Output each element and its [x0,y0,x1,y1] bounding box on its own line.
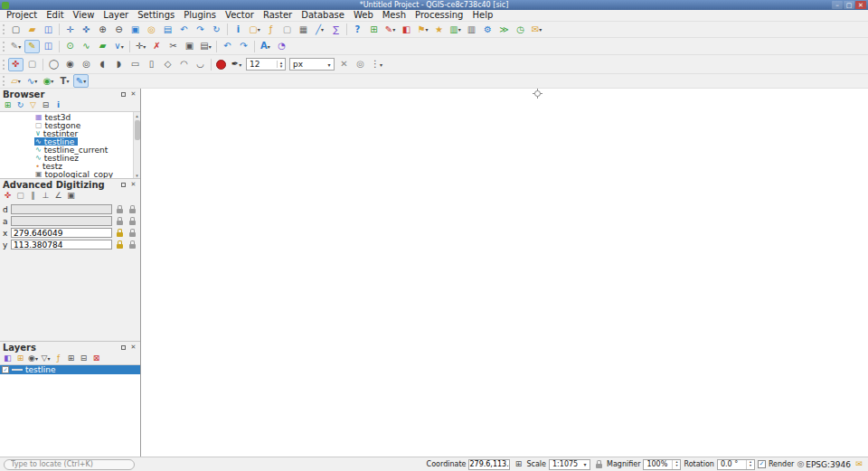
new-print-layout-button[interactable]: ▥▾ [448,23,463,36]
stroke-unit-combobox[interactable]: px ▾ [289,58,335,71]
data-source-manager-button[interactable]: ⊞ [366,23,382,36]
stroke-color-button[interactable] [213,58,229,71]
step-down-icon[interactable]: ▾ [280,64,283,68]
deselect-all-button[interactable]: ▢ [279,23,295,36]
filter-legend-button[interactable]: ▽▾ [40,353,52,364]
show-layout-manager-button[interactable]: ▥ [464,23,479,36]
stroke-pen-button[interactable]: ✒▾ [229,58,244,71]
delete-selected-button[interactable]: ✗ [149,40,165,53]
menu-item-database[interactable]: Database [297,10,349,21]
show-bookmarks-button[interactable]: ★ [431,23,447,36]
layer-diagram-button[interactable]: ◔ [274,40,289,53]
circle-by-center-button[interactable]: ◎ [79,58,94,71]
processing-toolbox-button[interactable]: ⚙ [480,23,495,36]
browser-item-topological_copy[interactable]: ▣topological_copy [34,170,117,178]
cad-floater-button[interactable]: ▣ [65,191,77,202]
open-layer-styling-button[interactable]: ◧ [2,353,14,364]
redo-button[interactable]: ↷ [236,40,251,53]
add-polygon-feature-button[interactable]: ▰ [95,40,110,53]
vertex-tool-button[interactable]: ∨▾ [111,40,127,53]
toolbar-handle[interactable] [3,42,5,52]
circular-arc-reverse-button[interactable]: ◡ [193,58,208,71]
zoom-full-extent-button[interactable]: ▣ [127,23,143,36]
cad-a-repeat-lock-button[interactable] [127,216,137,226]
dock-close-button[interactable]: ✕ [129,344,137,352]
render-checkbox[interactable]: ✓ [758,460,766,468]
menu-item-mesh[interactable]: Mesh [378,10,410,21]
scroll-down-icon[interactable]: ▾ [136,172,138,178]
annotation-polygon-tool-button[interactable]: ▱▾ [8,74,24,88]
ellipse-from-center-button[interactable]: ◖ [95,58,110,71]
new-annotation-button[interactable]: ✎▾ [382,23,398,36]
ellipse-from-extent-button[interactable]: ◗ [111,58,127,71]
cad-y-lock-button[interactable] [114,240,125,250]
map-canvas[interactable] [141,89,868,457]
open-project-button[interactable]: ▰ [24,23,40,36]
dock-float-button[interactable] [119,90,127,99]
annotation-text-tool-button[interactable]: T▾ [57,74,72,88]
browser-scrollbar[interactable]: ▴ ▾ [133,112,140,178]
cad-d-repeat-lock-button[interactable] [127,204,137,214]
menu-item-raster[interactable]: Raster [259,10,297,21]
add-line-feature-button[interactable]: ∿ [79,40,94,53]
maximize-button[interactable]: ▢ [844,1,854,9]
menu-item-project[interactable]: Project [2,10,42,21]
scroll-up-icon[interactable]: ▴ [136,112,138,118]
minimize-button[interactable]: – [832,1,843,9]
step-down-icon[interactable]: ▾ [750,464,751,467]
save-project-button[interactable]: ◫ [41,23,56,36]
expand-all-button[interactable]: ⊞ [65,353,77,364]
remove-layer-button[interactable]: ⊠ [90,353,102,364]
zoom-next-button[interactable]: ↷ [193,23,208,36]
identify-features-button[interactable]: i [231,23,246,36]
add-group-button[interactable]: ⊞ [14,353,26,364]
layer-item-testline[interactable]: ✓testline [0,365,140,374]
menu-item-view[interactable]: View [69,10,99,21]
zoom-to-selection-button[interactable]: ◎ [144,23,159,36]
filter-by-expression-button[interactable]: ƒ [52,353,64,364]
cad-x-repeat-lock-button[interactable] [127,228,137,238]
copy-features-button[interactable]: ▣ [182,40,197,53]
select-features-button[interactable]: ▢▾ [247,23,262,36]
refresh-browser-button[interactable]: ↻ [14,100,26,111]
clear-strokes-button[interactable]: ✕ [336,58,352,71]
menu-item-help[interactable]: Help [467,10,497,21]
menu-item-web[interactable]: Web [349,10,378,21]
annotation-marker-tool-button[interactable]: ◉▾ [41,74,56,88]
menu-item-plugins[interactable]: Plugins [179,10,221,21]
add-point-feature-button[interactable]: ⊙ [62,40,78,53]
current-edits-button[interactable]: ✎▾ [8,40,24,53]
new-project-button[interactable]: ▢ [8,23,24,36]
cad-perpendicular-button[interactable]: ⊥ [40,191,52,202]
undo-button[interactable]: ↶ [220,40,235,53]
add-selected-layers-button[interactable]: ⊞ [2,100,14,111]
menu-item-processing[interactable]: Processing [410,10,467,21]
annotation-line-tool-button[interactable]: ∿▾ [24,74,40,88]
pan-to-selection-button[interactable]: ✜ [79,23,94,36]
paste-features-button[interactable]: ▤▾ [198,40,213,53]
circle-from-2-points-button[interactable]: ◯ [46,58,61,71]
magnifier-spinbox[interactable]: 100% ▴▾ [643,459,681,470]
dock-float-button[interactable] [119,344,127,352]
node-editing-tool-button[interactable]: ✎▾ [73,74,89,88]
dock-close-button[interactable]: ✕ [129,90,137,99]
measure-button[interactable]: ╱▾ [312,23,327,36]
statistical-summary-button[interactable]: ∑ [328,23,344,36]
locator-search-input[interactable] [4,459,135,470]
layer-visibility-checkbox[interactable]: ✓ [2,366,9,373]
regular-polygon-button[interactable]: ◇ [160,58,175,71]
circle-from-3-points-button[interactable]: ◉ [62,58,78,71]
scrollbar-thumb[interactable] [135,120,140,140]
toolbar-handle[interactable] [3,76,5,86]
enable-advanced-digitizing-button[interactable]: ✜ [8,58,24,71]
cad-x-input[interactable] [11,228,112,238]
rotation-spinbox[interactable]: 0.0 ° ▴▾ [717,459,755,470]
open-attribute-table-button[interactable]: ▦ [296,23,311,36]
messages-button[interactable]: ✉▾ [529,23,544,36]
cut-features-button[interactable]: ✂ [165,40,181,53]
zoom-out-button[interactable]: ⊖ [111,23,127,36]
menu-item-edit[interactable]: Edit [42,10,68,21]
cad-parallel-button[interactable]: ∥ [27,191,39,202]
temporal-controller-button[interactable]: ◷ [513,23,528,36]
rectangle-from-extent-button[interactable]: ▭ [127,58,143,71]
